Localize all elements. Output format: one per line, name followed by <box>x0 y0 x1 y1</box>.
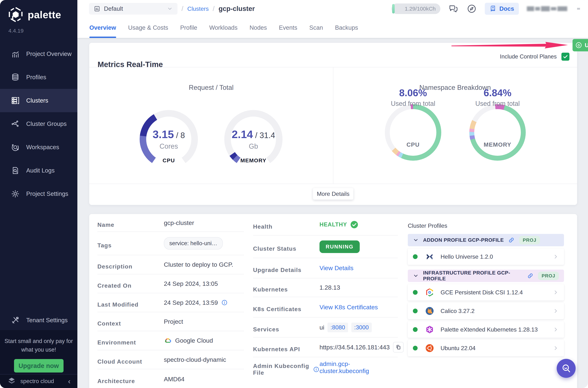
profile-group-header-addon-profile-gcp-profile[interactable]: ADDON PROFILE GCP-PROFILEPROJ <box>408 234 564 246</box>
docs-button[interactable]: Docs <box>485 3 519 15</box>
sidebar-item-cluster-groups[interactable]: Cluster Groups <box>0 112 77 136</box>
chevron-down-icon[interactable] <box>413 273 419 279</box>
profile-layer-calico-3-27-2[interactable]: Calico 3.27.2 <box>408 303 564 319</box>
promo-text: Start small and only pay for what you us… <box>3 337 74 354</box>
tab-overview[interactable]: Overview <box>89 18 116 38</box>
chevron-down-icon[interactable] <box>413 237 419 243</box>
checkbox-checked-icon <box>562 53 569 61</box>
sidebar-item-clusters[interactable]: Clusters <box>0 89 77 112</box>
upgrade-now-button[interactable]: Upgrade now <box>14 359 64 372</box>
detail-value-text: Cluster to deploy to GCP. <box>164 261 233 268</box>
docs-button-label: Docs <box>499 5 514 12</box>
sidebar-item-label: Cluster Groups <box>26 121 67 127</box>
include-control-planes-label: Include Control Planes <box>500 53 557 60</box>
detail-value: View Details <box>319 265 353 272</box>
admin-gcp-cluster-kubeconfig-link[interactable]: admin.gcp-cluster.kubeconfig <box>319 360 398 375</box>
app-version: 4.4.19 <box>8 28 23 34</box>
detail-label: Tags <box>97 242 164 249</box>
detail-value: 1.28.13 <box>319 284 340 291</box>
service-port-link[interactable]: :8080 <box>327 323 348 332</box>
chevron-right-icon <box>553 308 559 314</box>
sidebar-item-project-settings[interactable]: Project Settings <box>0 182 77 205</box>
tab-backups[interactable]: Backups <box>335 18 358 38</box>
link-icon[interactable] <box>508 237 515 243</box>
value-separator: / <box>255 131 257 140</box>
info-icon[interactable] <box>221 299 228 306</box>
detail-value: https://34.54.126.181:443 <box>319 342 404 352</box>
tab-usage-costs[interactable]: Usage & Costs <box>128 18 168 38</box>
detail-row-environment: EnvironmentGoogle Cloud <box>97 331 244 350</box>
detail-label: Last Modified <box>97 301 164 308</box>
compass-icon[interactable] <box>467 4 477 14</box>
sidebar-collapse-icon[interactable]: ‹ <box>63 377 70 386</box>
detail-value-text: Google Cloud <box>175 337 213 344</box>
detail-row-created-on: Created On24 Sep 2024, 13:05 <box>97 274 244 293</box>
spectro-cloud-logo-icon <box>7 377 16 386</box>
detail-row-context: ContextProject <box>97 312 244 331</box>
profile-layer-name: Ubuntu 22.04 <box>441 345 548 352</box>
profile-layer-hello-universe-1-2-0[interactable]: Hello Universe 1.2.0 <box>408 248 564 265</box>
tab-profile[interactable]: Profile <box>180 18 197 38</box>
detail-value: 24 Sep 2024, 13:05 <box>164 280 218 287</box>
detail-label-text: Admin Kubeconfig File <box>253 363 310 376</box>
detail-label: Upgrade Details <box>253 267 319 273</box>
link-icon[interactable] <box>527 272 534 279</box>
sidebar-item-label: Workspaces <box>26 144 59 151</box>
pxk-icon <box>425 325 434 334</box>
detail-value-text: AMD64 <box>164 376 184 383</box>
tab-nodes[interactable]: Nodes <box>249 18 267 38</box>
breadcrumb-current: gcp-cluster <box>218 5 255 13</box>
circle-chevron-up-icon <box>575 42 582 49</box>
detail-label-text: Context <box>97 320 121 327</box>
breadcrumb-clusters-link[interactable]: Clusters <box>187 5 209 12</box>
details-left-column: Namegcp-clusterTagsservice: hello-uni…De… <box>97 214 244 388</box>
profile-layer-gce-persistent-disk-csi-1-12-4[interactable]: GCE Persistent Disk CSI 1.12.4 <box>408 284 564 301</box>
updates-button[interactable]: Updates <box>572 39 588 51</box>
profile-layer-ubuntu-22-04[interactable]: Ubuntu 22.04 <box>408 340 564 356</box>
calico-icon <box>425 306 434 316</box>
view-k8s-certificates-link[interactable]: View K8s Certificates <box>319 304 378 311</box>
sidebar-item-audit-logs[interactable]: Audit Logs <box>0 159 77 182</box>
google-cloud-icon <box>164 337 172 345</box>
breadcrumb-separator: / <box>181 5 183 13</box>
info-icon[interactable] <box>313 366 319 373</box>
profile-group-header-infrastructure-profile-gcp-profile[interactable]: INFRASTRUCTURE PROFILE GCP-PROFILEPROJ <box>408 270 564 282</box>
chat-icon[interactable] <box>448 4 459 14</box>
view-details-link[interactable]: View Details <box>319 265 353 272</box>
detail-value: gcp-cluster <box>164 219 194 226</box>
copy-icon <box>395 344 401 350</box>
usage-quota-pill[interactable]: 1.29/100kCh <box>392 3 440 14</box>
search-assistant-fab[interactable] <box>557 359 576 378</box>
sidebar-item-profiles[interactable]: Profiles <box>0 66 77 89</box>
copy-button[interactable] <box>393 342 404 352</box>
detail-row-admin-kubeconfig-file: Admin Kubeconfig Fileadmin.gcp-cluster.k… <box>253 357 398 378</box>
tab-workloads[interactable]: Workloads <box>209 18 237 38</box>
user-name-redacted[interactable] <box>527 6 567 11</box>
tab-scan[interactable]: Scan <box>309 18 323 38</box>
profile-layer-name: GCE Persistent Disk CSI 1.12.4 <box>441 289 548 296</box>
sidebar-item-project-overview[interactable]: Project Overview <box>0 42 77 66</box>
sidebar-item-workspaces[interactable]: Workspaces <box>0 136 77 159</box>
sidebar-item-label: Project Overview <box>26 50 71 57</box>
detail-label: K8s Certificates <box>253 306 319 313</box>
brand-name: palette <box>28 9 61 21</box>
memory-request-gauge: 2.14 / 31.4 Gb MEMORY <box>224 110 283 168</box>
chevron-down-icon <box>167 6 173 12</box>
detail-row-cloud-account: Cloud Accountspectro-cloud-dynamic <box>97 350 244 369</box>
status-dot <box>413 309 418 313</box>
service-port-link[interactable]: :3000 <box>351 323 372 332</box>
cluster-status-badge: RUNNING <box>319 241 360 253</box>
sidebar-item-tenant-settings[interactable]: Tenant Settings <box>0 309 77 332</box>
tag-pill[interactable]: service: hello-uni… <box>164 237 223 250</box>
details-middle-column: HealthHEALTHYCluster StatusRUNNINGUpgrad… <box>253 214 398 378</box>
include-control-planes-checkbox[interactable]: Include Control Planes <box>500 53 569 61</box>
gear-icon <box>11 190 20 198</box>
more-details-button[interactable]: More Details <box>313 188 353 200</box>
cpu-namespace-donut: 8.06% Used from total CPU <box>385 104 441 161</box>
tools-icon <box>11 316 20 325</box>
project-selector[interactable]: Default <box>89 3 178 15</box>
footer-brand-name: spectro cloud <box>20 378 59 385</box>
profile-layer-palette-extended-kubernetes-1-28-13[interactable]: Palette eXtended Kubernetes 1.28.13 <box>408 321 564 338</box>
tab-events[interactable]: Events <box>279 18 297 38</box>
layers-icon <box>11 73 20 82</box>
